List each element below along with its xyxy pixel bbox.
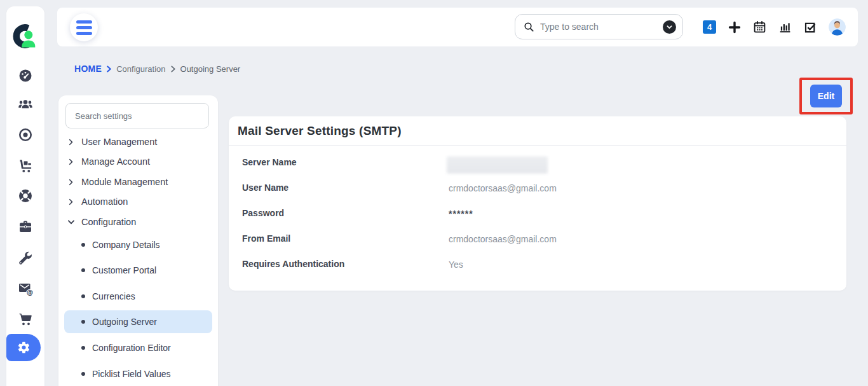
briefcase-icon[interactable] xyxy=(17,219,34,235)
sidebar-item-customer-portal[interactable]: Customer Portal xyxy=(58,263,156,278)
avatar-person-icon xyxy=(829,18,846,36)
calendar-icon xyxy=(753,20,766,34)
user-avatar[interactable] xyxy=(829,18,846,36)
breadcrumb: HOME Configuration Outgoing Server xyxy=(74,64,240,74)
bullet-icon xyxy=(81,346,85,350)
chevron-right-icon xyxy=(170,65,176,72)
sidebar-item-manage-account[interactable]: Manage Account xyxy=(58,154,150,169)
password-value: ****** xyxy=(449,209,473,219)
from-email-value: crmdoctorsaas@gmail.com xyxy=(449,234,557,244)
checkbox-icon xyxy=(804,21,817,34)
notification-count-badge[interactable]: 4 xyxy=(703,20,716,34)
hamburger-icon xyxy=(76,20,92,24)
search-scope-dropdown[interactable] xyxy=(663,20,676,34)
chevron-down-icon xyxy=(666,24,673,31)
tools-wrench-icon[interactable] xyxy=(17,250,34,266)
settings-sidebar-panel: User Management Manage Account Module Ma… xyxy=(58,95,218,386)
search-input[interactable] xyxy=(540,22,663,32)
page-title: Mail Server Settings (SMTP) xyxy=(238,124,402,138)
email-campaign-icon[interactable]: @ xyxy=(17,280,34,296)
svg-text:@: @ xyxy=(27,288,33,296)
inventory-dolly-icon[interactable] xyxy=(17,158,34,174)
chevron-right-icon xyxy=(67,139,81,146)
chevron-down-icon xyxy=(67,218,81,226)
bullet-icon xyxy=(81,294,85,298)
user-name-value: crmdoctorsaas@gmail.com xyxy=(449,183,557,193)
chevron-right-icon xyxy=(106,65,112,72)
field-row-user-name: User Name crmdoctorsaas@gmail.com xyxy=(229,183,846,195)
bar-chart-icon xyxy=(778,20,792,34)
global-search xyxy=(515,14,683,39)
search-icon xyxy=(524,22,534,32)
field-row-from-email: From Email crmdoctorsaas@gmail.com xyxy=(229,233,846,246)
menu-toggle-button[interactable] xyxy=(70,13,98,41)
sidebar-item-outgoing-server[interactable]: Outgoing Server xyxy=(58,314,157,329)
breadcrumb-home-link[interactable]: HOME xyxy=(74,64,102,74)
bullet-icon xyxy=(81,243,85,247)
calendar-button[interactable] xyxy=(753,20,766,34)
requires-authentication-value: Yes xyxy=(449,259,463,270)
sidebar-item-user-management[interactable]: User Management xyxy=(58,134,157,149)
bullet-icon xyxy=(81,320,85,324)
chevron-right-icon xyxy=(67,179,81,186)
sidebar-item-company-details[interactable]: Company Details xyxy=(58,237,160,252)
crm-doctor-logo xyxy=(12,23,39,50)
tasks-button[interactable] xyxy=(804,21,817,34)
support-lifering-icon[interactable] xyxy=(17,188,34,204)
breadcrumb-configuration[interactable]: Configuration xyxy=(116,64,165,74)
edit-annotation-highlight: Edit xyxy=(799,78,853,114)
sidebar-item-configuration[interactable]: Configuration xyxy=(58,214,136,230)
header-actions: 4 xyxy=(703,8,846,46)
field-row-password: Password ****** xyxy=(229,208,846,221)
quick-create-button[interactable] xyxy=(728,21,741,34)
gear-icon xyxy=(17,341,31,354)
sidebar-item-configuration-editor[interactable]: Configuration Editor xyxy=(58,340,171,355)
divider xyxy=(229,145,846,146)
top-header: 4 xyxy=(57,8,858,46)
sidebar-item-automation[interactable]: Automation xyxy=(58,194,128,209)
settings-nav-active[interactable] xyxy=(6,334,41,361)
plus-icon xyxy=(728,21,741,34)
settings-search-input[interactable] xyxy=(65,103,209,128)
chevron-right-icon xyxy=(67,158,81,165)
contacts-icon[interactable] xyxy=(17,96,34,113)
redacted-value xyxy=(447,156,548,174)
field-row-requires-authentication: Requires Authentication Yes xyxy=(229,259,846,272)
breadcrumb-outgoing-server: Outgoing Server xyxy=(180,64,241,74)
bullet-icon xyxy=(81,372,85,376)
bullet-icon xyxy=(81,268,85,272)
smtp-settings-card: Mail Server Settings (SMTP) Server Name … xyxy=(229,116,846,291)
dashboard-icon[interactable] xyxy=(17,67,34,84)
reports-button[interactable] xyxy=(778,20,792,34)
edit-button[interactable]: Edit xyxy=(810,85,842,107)
sidebar-item-picklist-field-values[interactable]: Picklist Field Values xyxy=(58,366,170,382)
sidebar-item-module-management[interactable]: Module Management xyxy=(58,174,168,190)
sidebar-rail: @ xyxy=(6,6,44,386)
shop-cart-icon[interactable] xyxy=(17,311,34,327)
target-icon[interactable] xyxy=(17,127,34,143)
chevron-right-icon xyxy=(67,198,81,205)
sidebar-item-currencies[interactable]: Currencies xyxy=(58,289,135,304)
